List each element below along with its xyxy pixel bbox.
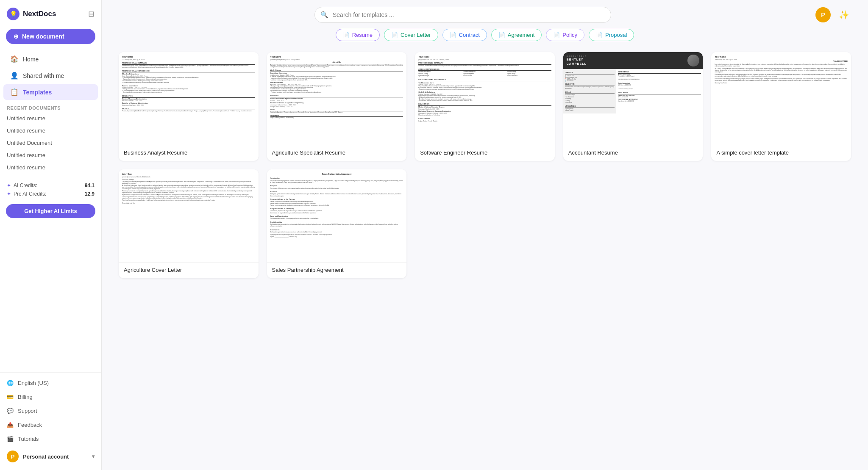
filter-chip-resume[interactable]: 📄 Resume <box>336 29 380 41</box>
logo-icon: 💡 <box>7 8 19 20</box>
sidebar-item-shared[interactable]: 👤 Shared with me <box>3 68 98 83</box>
support-icon: 💬 <box>7 408 14 414</box>
filter-chip-proposal[interactable]: 📄 Proposal <box>589 29 634 41</box>
contract-chip-icon: 📄 <box>450 32 456 38</box>
language-icon: 🌐 <box>7 380 14 386</box>
recent-doc-1[interactable]: Untitled resume <box>0 112 101 124</box>
home-icon: 🏠 <box>10 55 19 63</box>
recent-doc-4[interactable]: Untitled resume <box>0 149 101 161</box>
filter-chip-agreement[interactable]: 📄 Agreement <box>491 29 542 41</box>
cover-chip-icon: 📄 <box>391 32 398 38</box>
templates-grid: Your Name 123 Brooklyn Blvd, New City, N… <box>119 52 851 278</box>
ai-credits-icon: ✦ <box>7 182 11 188</box>
proposal-chip-icon: 📄 <box>596 32 603 38</box>
shared-icon: 👤 <box>10 72 19 80</box>
template-title-business-analyst: Business Analyst Resume <box>119 145 259 161</box>
sidebar-item-language[interactable]: 🌐 English (US) <box>0 376 101 390</box>
search-area: 🔍 <box>119 7 807 23</box>
policy-chip-icon: 📄 <box>553 32 560 38</box>
recent-docs-label: Recent Documents <box>0 100 101 112</box>
sidebar-item-templates[interactable]: 📋 Templates <box>3 84 98 100</box>
recent-doc-2[interactable]: Untitled resume <box>0 124 101 137</box>
pro-credits-value: 12.9 <box>85 191 95 197</box>
sidebar: 💡 NextDocs ⊟ ⊕ New document 🏠 Home 👤 Sha… <box>0 0 102 470</box>
filter-chip-contract[interactable]: 📄 Contract <box>442 29 487 41</box>
personal-account[interactable]: P Personal account ▾ <box>0 446 101 467</box>
template-card-business-analyst[interactable]: Your Name 123 Brooklyn Blvd, New City, N… <box>119 52 259 161</box>
template-title-accountant: Accountant Resume <box>563 145 703 161</box>
get-higher-limits-button[interactable]: Get Higher AI Limits <box>6 204 95 218</box>
account-avatar: P <box>7 451 19 462</box>
sidebar-bottom: 🌐 English (US) 💳 Billing 💬 Support 📤 Fee… <box>0 372 101 470</box>
topbar-right: P ✨ <box>807 7 851 22</box>
search-input[interactable] <box>314 7 611 23</box>
sidebar-item-billing[interactable]: 💳 Billing <box>0 390 101 404</box>
filter-chip-policy[interactable]: 📄 Policy <box>546 29 584 41</box>
template-card-sales-agreement[interactable]: Sales Partnership Agreement Introduction… <box>267 169 407 278</box>
template-title-cover-letter: A simple cover letter template <box>711 145 851 161</box>
template-card-cover-letter[interactable]: Your Name 188 Brooklyn Blvd, New City, N… <box>711 52 851 161</box>
main-content: 🔍 P ✨ 📄 Resume 📄 Cover Letter 📄 Contract… <box>102 0 868 470</box>
templates-section: Your Name 123 Brooklyn Blvd, New City, N… <box>102 45 868 295</box>
filter-chips: 📄 Resume 📄 Cover Letter 📄 Contract 📄 Agr… <box>102 23 868 45</box>
sidebar-item-tutorials[interactable]: 🎬 Tutorials <box>0 432 101 446</box>
template-title-agriculture: Agriculture Specialist Resume <box>267 145 407 161</box>
template-preview-business-analyst: Your Name 123 Brooklyn Blvd, New City, N… <box>119 52 259 145</box>
template-preview-software: Your Name you@example.com | 987-456-3210… <box>415 52 555 145</box>
search-icon: 🔍 <box>320 11 328 19</box>
template-preview-sales-agreement: Sales Partnership Agreement Introduction… <box>267 169 407 263</box>
ai-credits-section: ✦AI Credits: 94.1 ✦Pro AI Credits: 12.9 <box>0 177 101 201</box>
sidebar-item-home[interactable]: 🏠 Home <box>3 51 98 67</box>
feedback-icon: 📤 <box>7 422 14 428</box>
recent-doc-5[interactable]: Untitled resume <box>0 161 101 174</box>
sidebar-item-feedback[interactable]: 📤 Feedback <box>0 418 101 432</box>
template-preview-agri-cover: John Doe johndoe@example.com | 555-123-4… <box>119 169 259 263</box>
sidebar-item-support[interactable]: 💬 Support <box>0 404 101 418</box>
logo-area: 💡 NextDocs ⊟ <box>0 0 101 25</box>
template-preview-cover-letter: Your Name 188 Brooklyn Blvd, New City, N… <box>711 52 851 145</box>
pro-credits-icon: ✦ <box>7 191 11 197</box>
template-title-software: Software Engineer Resume <box>415 145 555 161</box>
tutorials-icon: 🎬 <box>7 436 14 442</box>
pro-credits-row: ✦Pro AI Credits: 12.9 <box>7 190 95 198</box>
template-preview-agriculture: Your Name yourname@example.com | 555-555… <box>267 52 407 145</box>
account-chevron: ▾ <box>92 453 95 459</box>
topbar: 🔍 P ✨ <box>102 0 868 23</box>
recent-doc-3[interactable]: Untitled Document <box>0 137 101 149</box>
templates-icon: 📋 <box>10 88 19 96</box>
template-card-software[interactable]: Your Name you@example.com | 987-456-3210… <box>415 52 555 161</box>
resume-chip-icon: 📄 <box>343 32 350 38</box>
billing-icon: 💳 <box>7 394 14 400</box>
template-preview-accountant: ACCOUNTANT BENTLEYCAMPBELL CONTACT 📞 555… <box>563 52 703 145</box>
ai-credits-row: ✦AI Credits: 94.1 <box>7 181 95 190</box>
template-card-accountant[interactable]: ACCOUNTANT BENTLEYCAMPBELL CONTACT 📞 555… <box>563 52 703 161</box>
ai-credits-value: 94.1 <box>85 182 95 188</box>
template-title-agri-cover: Agriculture Cover Letter <box>119 263 259 278</box>
template-card-agri-cover[interactable]: John Doe johndoe@example.com | 555-123-4… <box>119 169 259 278</box>
template-card-agriculture[interactable]: Your Name yourname@example.com | 555-555… <box>267 52 407 161</box>
search-wrap: 🔍 <box>314 7 611 23</box>
sidebar-toggle[interactable]: ⊟ <box>88 9 95 19</box>
filter-chip-cover[interactable]: 📄 Cover Letter <box>384 29 438 41</box>
user-avatar[interactable]: P <box>815 7 831 22</box>
template-title-sales-agreement: Sales Partnership Agreement <box>267 263 407 278</box>
agreement-chip-icon: 📄 <box>498 32 505 38</box>
app-name: NextDocs <box>23 10 56 18</box>
sparkle-button[interactable]: ✨ <box>837 8 851 22</box>
plus-icon: ⊕ <box>14 33 19 40</box>
new-document-button[interactable]: ⊕ New document <box>6 29 95 44</box>
